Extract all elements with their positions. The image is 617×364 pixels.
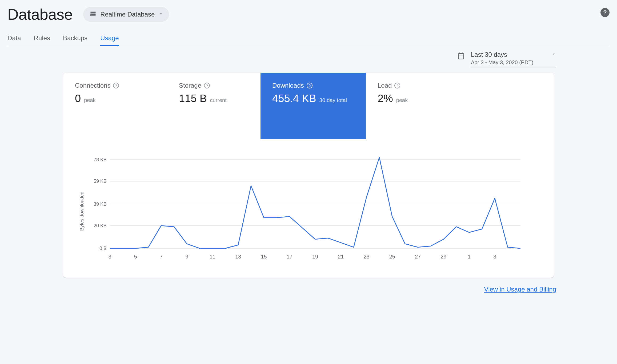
date-range-picker[interactable]: Last 30 days Apr 3 - May 3, 2020 (PDT) (457, 51, 556, 67)
date-range-label: Last 30 days (471, 51, 507, 58)
downloads-chart: 0 B20 KB39 KB59 KB78 KB35791113151719212… (89, 150, 538, 262)
svg-text:7: 7 (160, 254, 163, 260)
tab-data[interactable]: Data (7, 31, 21, 46)
svg-text:9: 9 (185, 254, 188, 260)
svg-text:3: 3 (493, 254, 496, 260)
help-icon[interactable]: ? (204, 83, 210, 88)
svg-text:39 KB: 39 KB (94, 201, 107, 207)
usage-card: Connections ? 0 peak Storage ? 115 B cur… (63, 73, 554, 278)
svg-text:17: 17 (287, 254, 293, 260)
svg-text:1: 1 (468, 254, 471, 260)
help-button[interactable]: ? (600, 8, 610, 17)
tab-usage[interactable]: Usage (100, 31, 119, 46)
svg-text:23: 23 (363, 254, 369, 260)
svg-text:59 KB: 59 KB (94, 179, 107, 184)
svg-text:0 B: 0 B (99, 246, 107, 251)
metric-title: Storage (179, 82, 201, 89)
metric-sub: current (210, 97, 227, 103)
svg-text:19: 19 (312, 254, 318, 260)
metric-downloads[interactable]: Downloads ? 455.4 KB 30 day total (261, 73, 366, 139)
svg-text:3: 3 (108, 254, 111, 260)
metric-title: Downloads (272, 82, 304, 89)
metric-value: 455.4 KB (272, 92, 316, 104)
svg-text:78 KB: 78 KB (94, 157, 107, 162)
metric-value: 0 (75, 92, 81, 104)
page-title: Database (7, 5, 73, 23)
metric-title: Connections (75, 82, 110, 89)
svg-text:29: 29 (440, 254, 446, 260)
help-icon[interactable]: ? (307, 83, 312, 88)
svg-text:13: 13 (235, 254, 241, 260)
metric-load[interactable]: Load ? 2% peak (366, 73, 470, 139)
metric-value: 115 B (179, 92, 207, 104)
tab-backups[interactable]: Backups (63, 31, 87, 46)
svg-text:11: 11 (210, 254, 215, 260)
database-icon (89, 10, 97, 19)
metric-connections[interactable]: Connections ? 0 peak (63, 73, 167, 139)
database-selector[interactable]: Realtime Database (83, 7, 169, 22)
metric-storage[interactable]: Storage ? 115 B current (167, 73, 261, 139)
svg-text:27: 27 (415, 254, 421, 260)
chart-y-axis-label: Bytes downloaded (79, 150, 85, 262)
svg-text:15: 15 (261, 254, 267, 260)
tab-rules[interactable]: Rules (34, 31, 50, 46)
metric-sub: peak (84, 97, 95, 103)
database-selector-label: Realtime Database (100, 11, 155, 18)
svg-text:21: 21 (338, 254, 344, 260)
metric-title: Load (378, 82, 392, 89)
chevron-down-icon (551, 52, 556, 58)
svg-text:5: 5 (134, 254, 137, 260)
tabs: Data Rules Backups Usage (7, 31, 610, 46)
metric-sub: peak (396, 97, 408, 103)
svg-text:20 KB: 20 KB (94, 223, 107, 228)
chevron-down-icon (158, 11, 163, 17)
date-range-sub: Apr 3 - May 3, 2020 (PDT) (471, 59, 556, 66)
metric-value: 2% (378, 92, 393, 104)
metric-sub: 30 day total (319, 97, 347, 103)
help-icon[interactable]: ? (113, 83, 119, 88)
svg-text:25: 25 (389, 254, 395, 260)
help-icon[interactable]: ? (394, 83, 400, 88)
calendar-icon (457, 51, 465, 61)
view-usage-billing-link[interactable]: View in Usage and Billing (484, 286, 556, 293)
